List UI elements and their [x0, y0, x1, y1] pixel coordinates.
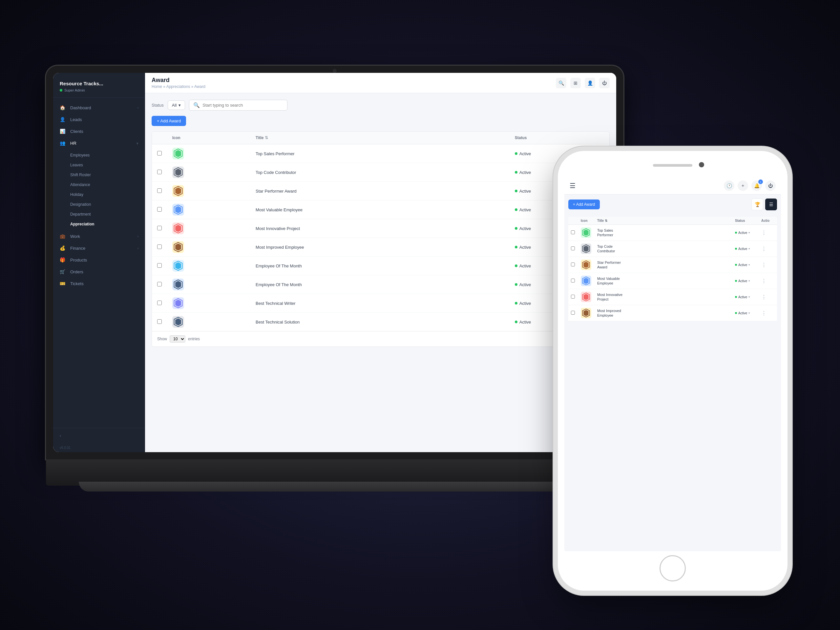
phone-list-view-btn[interactable]: ☰ — [765, 199, 777, 210]
phone-more-options-btn[interactable]: ⋮ — [761, 230, 774, 236]
row-checkbox[interactable] — [157, 245, 162, 249]
phone-add-award-button[interactable]: + Add Award — [568, 199, 600, 209]
phone-row-checkbox[interactable] — [571, 262, 575, 267]
dropdown-arrow-icon[interactable]: ▾ — [748, 263, 750, 267]
row-checkbox[interactable] — [157, 170, 162, 174]
laptop-bezel: Resource Tracks... Super Admin 🏠 Dashboa… — [46, 66, 624, 459]
sidebar-item-attendance[interactable]: Attendance — [53, 180, 145, 189]
sidebar-item-work[interactable]: 💼 Work › — [53, 231, 145, 242]
phone-more-options-btn[interactable]: ⋮ — [761, 278, 774, 284]
phone-table-row: Top SalesPerformer Active ▾ ⋮ — [568, 225, 777, 241]
row-checkbox[interactable] — [157, 226, 162, 231]
filter-bar: Status All ▾ 🔍 — [152, 100, 609, 111]
phone-more-options-btn[interactable]: ⋮ — [761, 310, 774, 316]
clock-icon-btn[interactable]: 🕐 — [724, 180, 734, 191]
phone-status-badge: Active ▾ — [735, 295, 761, 299]
svg-marker-3 — [175, 169, 181, 175]
chevron-right-icon: › — [137, 235, 139, 238]
phone-table-row: Most ImprovedEmployee Active ▾ ⋮ — [568, 305, 777, 321]
row-checkbox[interactable] — [157, 300, 162, 305]
plus-icon-btn[interactable]: ＋ — [737, 180, 748, 191]
sidebar-item-department[interactable]: Department — [53, 209, 145, 219]
sidebar-item-shift-roster[interactable]: Shift Roster — [53, 170, 145, 180]
dropdown-arrow-icon[interactable]: ▾ — [748, 231, 750, 234]
active-status-dot — [515, 152, 518, 155]
power-icon-btn[interactable]: ⏻ — [765, 180, 776, 191]
search-icon-btn[interactable]: 🔍 — [556, 78, 566, 88]
row-checkbox[interactable] — [157, 188, 162, 193]
phone-row-checkbox[interactable] — [571, 311, 575, 315]
page-title: Award — [152, 77, 205, 84]
phone-table-body: Top SalesPerformer Active ▾ ⋮ Top CodeCo… — [568, 225, 777, 321]
sidebar-item-employees[interactable]: Employees — [53, 150, 145, 160]
award-icon — [172, 297, 184, 309]
sidebar-item-dashboard[interactable]: 🏠 Dashboard › — [53, 102, 145, 114]
status-text: Active — [519, 170, 531, 175]
show-entries: Show 10 25 50 entries — [157, 335, 200, 343]
row-checkbox[interactable] — [157, 207, 162, 212]
sidebar-item-hr[interactable]: 👥 HR ∨ — [53, 137, 145, 149]
phone-more-options-btn[interactable]: ⋮ — [761, 246, 774, 252]
table-footer: Show 10 25 50 entries Showing 1 to 10 of… — [152, 331, 609, 346]
phone-status-badge: Active ▾ — [735, 247, 761, 251]
sidebar-item-designation[interactable]: Designation — [53, 199, 145, 209]
sidebar-item-leaves[interactable]: Leaves — [53, 160, 145, 170]
sidebar-header: Resource Tracks... Super Admin — [53, 73, 145, 98]
table-row: Top Code Contributor Active — [152, 163, 609, 182]
chevron-right-icon: › — [137, 246, 139, 250]
user-icon-btn[interactable]: 👤 — [585, 78, 595, 88]
sidebar-item-leads[interactable]: 👤 Leads — [53, 114, 145, 125]
sidebar-item-holiday[interactable]: Holiday — [53, 189, 145, 199]
row-checkbox[interactable] — [157, 263, 162, 268]
page-header: Award Home » Appreciations » Award — [152, 77, 205, 89]
sidebar-item-finance[interactable]: 💰 Finance › — [53, 242, 145, 254]
sidebar-item-clients[interactable]: 📊 Clients — [53, 125, 145, 137]
table-row: Best Technical Writer Active — [152, 294, 609, 313]
sidebar-collapse-btn[interactable]: ‹ — [53, 428, 145, 443]
power-icon-btn[interactable]: ⏻ — [599, 78, 609, 88]
phone-more-options-btn[interactable]: ⋮ — [761, 262, 774, 268]
phone-more-options-btn[interactable]: ⋮ — [761, 294, 774, 300]
leads-icon: 👤 — [60, 117, 66, 122]
status-filter-label: Status — [152, 103, 164, 107]
dropdown-arrow-icon[interactable]: ▾ — [748, 295, 750, 298]
dropdown-arrow-icon[interactable]: ▾ — [748, 311, 750, 315]
row-checkbox[interactable] — [157, 282, 162, 286]
search-input[interactable] — [202, 103, 283, 107]
table-row: Best Technical Solution Active — [152, 313, 609, 332]
status-text: Active — [519, 320, 531, 325]
phone-status-text: Active — [738, 311, 747, 315]
active-status-dot — [515, 302, 518, 305]
phone-top-bar: ☰ 🕐 ＋ 🔔 1 ⏻ — [564, 177, 781, 194]
phone-row-checkbox[interactable] — [571, 231, 575, 234]
active-status-dot — [515, 189, 518, 192]
phone-award-icon — [581, 243, 591, 254]
svg-marker-5 — [175, 187, 181, 194]
sidebar-item-appreciation[interactable]: Appreciation — [53, 219, 145, 229]
phone-row-checkbox[interactable] — [571, 295, 575, 298]
row-checkbox[interactable] — [157, 319, 162, 324]
dropdown-arrow-icon[interactable]: ▾ — [748, 247, 750, 250]
row-checkbox[interactable] — [157, 151, 162, 156]
phone-trophy-view-btn[interactable]: 🏆 — [752, 199, 763, 210]
table-row: Top Sales Performer Active — [152, 144, 609, 163]
status-filter-select[interactable]: All ▾ — [168, 100, 185, 110]
award-icon — [172, 185, 184, 197]
phone-home-button[interactable] — [660, 555, 686, 581]
dropdown-arrow-icon: ▾ — [178, 103, 181, 107]
phone-award-title: Most ValuableEmployee — [597, 276, 735, 286]
entries-select[interactable]: 10 25 50 — [170, 335, 185, 343]
grid-icon-btn[interactable]: ⊞ — [570, 78, 581, 88]
add-award-button[interactable]: + Add Award — [152, 116, 186, 126]
svg-marker-23 — [583, 246, 589, 252]
menu-icon[interactable]: ☰ — [570, 182, 576, 189]
chevron-down-icon: ∨ — [136, 141, 139, 145]
sidebar-item-orders[interactable]: 🛒 Orders — [53, 266, 145, 278]
phone-status-text: Active — [738, 263, 747, 267]
sidebar-item-products[interactable]: 🎁 Products — [53, 254, 145, 266]
notification-icon-btn[interactable]: 🔔 1 — [752, 180, 762, 191]
phone-row-checkbox[interactable] — [571, 246, 575, 250]
phone-row-checkbox[interactable] — [571, 279, 575, 283]
sidebar-item-tickets[interactable]: 🎫 Tickets — [53, 278, 145, 289]
dropdown-arrow-icon[interactable]: ▾ — [748, 279, 750, 283]
